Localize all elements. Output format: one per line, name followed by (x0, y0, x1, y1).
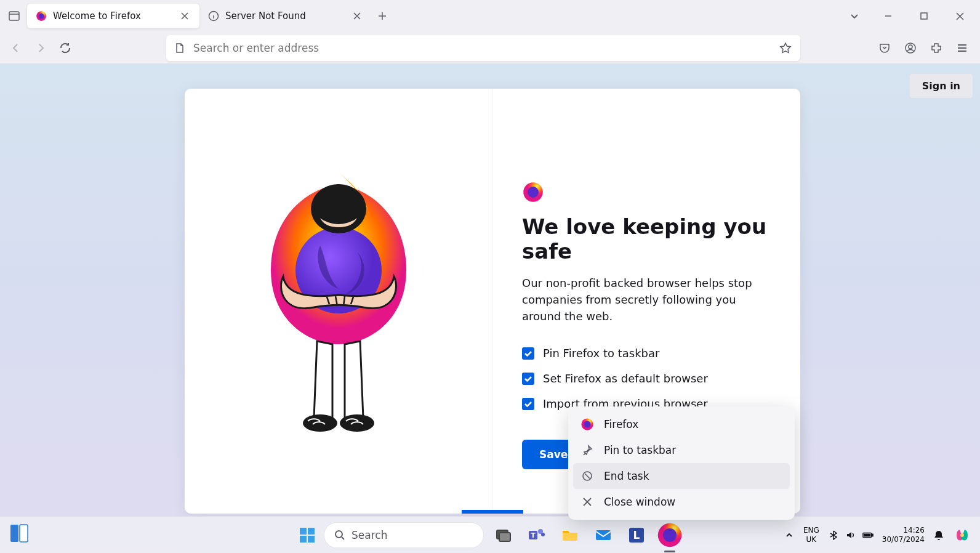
svg-rect-24 (499, 533, 510, 541)
recent-tabs-button[interactable] (4, 6, 25, 26)
svg-rect-0 (9, 12, 19, 20)
svg-rect-21 (308, 536, 315, 543)
window-close-button[interactable] (943, 4, 976, 28)
svg-rect-18 (300, 528, 307, 535)
taskbar-app-mail[interactable] (590, 522, 617, 549)
tabs-container: Welcome to Firefox Server Not Found (27, 4, 869, 28)
context-menu-label: Firefox (604, 418, 638, 430)
tab-title: Welcome to Firefox (53, 10, 172, 22)
svg-rect-17 (20, 525, 28, 542)
bluetooth-icon[interactable] (828, 530, 839, 541)
search-placeholder: Search (351, 529, 387, 541)
navigation-bar (0, 32, 980, 64)
svg-point-2 (39, 14, 44, 19)
svg-point-12 (528, 187, 539, 198)
checkbox-label: Set Firefox as default browser (543, 372, 708, 385)
reload-button[interactable] (55, 36, 75, 60)
checkbox-set-default[interactable]: Set Firefox as default browser (522, 372, 771, 385)
pocket-button[interactable] (873, 36, 896, 60)
taskbar-context-menu: Firefox Pin to taskbar End task Close wi… (568, 406, 795, 520)
context-menu-pin[interactable]: Pin to taskbar (573, 437, 790, 463)
checkmark-icon (522, 347, 534, 360)
svg-text:L: L (633, 529, 640, 541)
close-icon[interactable] (179, 10, 191, 22)
taskbar-app-firefox[interactable] (656, 522, 683, 549)
svg-point-33 (663, 528, 677, 542)
checkmark-icon (522, 398, 534, 410)
svg-point-10 (340, 414, 374, 432)
welcome-illustration-panel (185, 89, 492, 514)
notifications-icon[interactable] (933, 530, 944, 541)
svg-rect-4 (921, 13, 927, 19)
firefox-logo-icon (522, 181, 544, 203)
search-icon (334, 530, 345, 541)
widgets-button[interactable] (9, 523, 33, 547)
taskbar-app-l[interactable]: L (623, 522, 650, 549)
taskbar-search[interactable]: Search (324, 522, 484, 548)
tab-title: Server Not Found (225, 10, 345, 22)
svg-point-14 (584, 421, 591, 428)
checkmark-icon (522, 373, 534, 385)
address-bar[interactable] (166, 35, 800, 61)
checkbox-pin-taskbar[interactable]: Pin Firefox to taskbar (522, 347, 771, 360)
info-icon (208, 10, 219, 22)
firefox-hug-illustration (246, 166, 431, 437)
extensions-button[interactable] (925, 36, 948, 60)
svg-point-9 (303, 414, 337, 432)
copilot-icon[interactable] (953, 526, 971, 544)
forward-button[interactable] (31, 36, 50, 60)
checkbox-label: Pin Firefox to taskbar (543, 347, 659, 360)
taskbar-app-teams[interactable]: T (523, 522, 550, 549)
window-maximize-button[interactable] (907, 4, 941, 28)
svg-point-37 (960, 533, 964, 537)
sign-in-button[interactable]: Sign in (910, 74, 973, 98)
end-task-icon (580, 469, 594, 483)
new-tab-button[interactable] (372, 6, 393, 26)
bookmark-star-icon[interactable] (778, 41, 793, 55)
firefox-icon (580, 418, 594, 431)
tab-server-not-found[interactable]: Server Not Found (199, 4, 372, 28)
close-icon (580, 495, 594, 509)
svg-point-6 (909, 45, 912, 49)
context-menu-app-header[interactable]: Firefox (573, 411, 790, 437)
welcome-description: Our non-profit backed browser helps stop… (522, 275, 771, 325)
back-button[interactable] (6, 36, 26, 60)
svg-rect-20 (300, 536, 307, 543)
context-menu-close-window[interactable]: Close window (573, 489, 790, 515)
svg-rect-29 (596, 530, 611, 540)
start-button[interactable] (297, 525, 318, 546)
firefox-favicon (36, 10, 47, 22)
tray-overflow-button[interactable] (784, 530, 795, 541)
window-minimize-button[interactable] (872, 4, 905, 28)
svg-rect-35 (872, 534, 873, 536)
windows-taskbar: Search T L ENG UK (0, 516, 980, 553)
volume-icon[interactable] (845, 530, 856, 541)
welcome-heading: We love keeping you safe (522, 214, 771, 264)
context-menu-label: Close window (604, 496, 675, 508)
address-input[interactable] (193, 42, 771, 54)
page-icon (174, 42, 186, 54)
tabs-dropdown-button[interactable] (840, 4, 869, 28)
svg-rect-19 (308, 528, 315, 535)
taskbar-app-task-view[interactable] (490, 522, 517, 549)
pin-icon (580, 443, 594, 457)
context-menu-end-task[interactable]: End task (573, 463, 790, 489)
context-menu-label: Pin to taskbar (604, 444, 676, 456)
progress-indicator (462, 510, 523, 514)
svg-text:T: T (531, 531, 536, 539)
account-button[interactable] (899, 36, 922, 60)
svg-rect-36 (864, 534, 870, 536)
svg-point-28 (541, 533, 545, 536)
page-content: Sign in (0, 64, 980, 516)
language-indicator[interactable]: ENG UK (803, 526, 819, 544)
svg-rect-16 (10, 525, 18, 542)
svg-point-22 (335, 531, 342, 538)
taskbar-app-explorer[interactable] (556, 522, 584, 549)
tab-welcome-firefox[interactable]: Welcome to Firefox (27, 4, 199, 28)
battery-icon[interactable] (862, 530, 874, 541)
clock-date[interactable]: 14:26 30/07/2024 (882, 526, 925, 544)
close-icon[interactable] (351, 10, 363, 22)
tab-bar: Welcome to Firefox Server Not Found (0, 0, 980, 32)
app-menu-button[interactable] (950, 36, 974, 60)
context-menu-label: End task (604, 470, 649, 482)
